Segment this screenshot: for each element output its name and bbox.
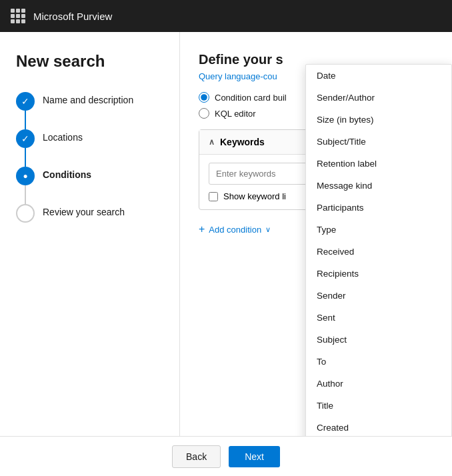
step-icon-completed-name: ✓ xyxy=(16,92,35,111)
dropdown-item-retention-label[interactable]: Retention label xyxy=(306,153,451,175)
steps-list: ✓ Name and description ✓ Locations ● Con… xyxy=(16,92,163,223)
step-label-conditions: Conditions xyxy=(43,167,91,180)
dropdown-item-sender[interactable]: Sender xyxy=(306,285,451,307)
sidebar: New search ✓ Name and description ✓ Loca… xyxy=(0,32,180,436)
page-title: New search xyxy=(16,52,163,71)
dropdown-item-type[interactable]: Type xyxy=(306,219,451,241)
dropdown-item-subject[interactable]: Subject xyxy=(306,329,451,351)
step-locations[interactable]: ✓ Locations xyxy=(16,129,163,148)
step-label-review: Review your search xyxy=(43,204,125,217)
step-label-locations: Locations xyxy=(43,129,83,143)
content-area: Define your s Query language-cou Conditi… xyxy=(180,32,452,436)
radio-kql-text: KQL editor xyxy=(215,109,256,119)
step-icon-inactive-review xyxy=(16,204,35,223)
radio-condition-card-text: Condition card buil xyxy=(215,93,287,103)
dropdown-item-participants[interactable]: Participants xyxy=(306,197,451,219)
step-conditions[interactable]: ● Conditions xyxy=(16,167,163,185)
dropdown-item-recipients[interactable]: Recipients xyxy=(306,263,451,285)
app-title: Microsoft Purview xyxy=(33,11,112,22)
dropdown-item-subject-title[interactable]: Subject/Title xyxy=(306,131,451,153)
step-review[interactable]: Review your search xyxy=(16,204,163,223)
footer: Back Next xyxy=(0,436,452,476)
dropdown-item-sent[interactable]: Sent xyxy=(306,307,451,329)
step-label-name: Name and description xyxy=(43,92,133,105)
step-icon-active-conditions: ● xyxy=(16,167,35,185)
step-icon-completed-locations: ✓ xyxy=(16,129,35,148)
keywords-header-label: Keywords xyxy=(220,137,265,147)
add-condition-label: Add condition xyxy=(209,225,261,235)
radio-condition-card[interactable] xyxy=(199,92,209,103)
dropdown-item-received[interactable]: Received xyxy=(306,241,451,263)
chevron-down-icon: ∨ xyxy=(265,225,271,234)
step-connector-2 xyxy=(25,148,26,167)
step-connector-1 xyxy=(25,111,26,129)
dropdown-item-author[interactable]: Author xyxy=(306,373,451,395)
next-button[interactable]: Next xyxy=(229,446,280,467)
dropdown-item-message-kind[interactable]: Message kind xyxy=(306,175,451,197)
show-keyword-list-checkbox[interactable] xyxy=(209,192,218,201)
radio-kql[interactable] xyxy=(199,108,209,119)
dropdown-item-created[interactable]: Created xyxy=(306,417,451,436)
chevron-up-icon: ∧ xyxy=(209,137,215,147)
dropdown-item-title[interactable]: Title xyxy=(306,395,451,417)
main-layout: New search ✓ Name and description ✓ Loca… xyxy=(0,32,452,436)
step-name-and-description[interactable]: ✓ Name and description xyxy=(16,92,163,111)
dropdown-item-to[interactable]: To xyxy=(306,351,451,373)
dropdown-item-date[interactable]: Date xyxy=(306,65,451,87)
app-grid-icon[interactable] xyxy=(11,9,25,23)
show-keyword-list-label: Show keyword li xyxy=(223,191,286,201)
step-connector-3 xyxy=(25,185,26,204)
dropdown-item-sender-author[interactable]: Sender/Author xyxy=(306,87,451,109)
dropdown-item-size[interactable]: Size (in bytes) xyxy=(306,109,451,131)
plus-icon: + xyxy=(199,223,205,235)
condition-dropdown: Date Sender/Author Size (in bytes) Subje… xyxy=(305,64,452,436)
back-button[interactable]: Back xyxy=(172,445,221,468)
top-bar: Microsoft Purview xyxy=(0,0,452,32)
